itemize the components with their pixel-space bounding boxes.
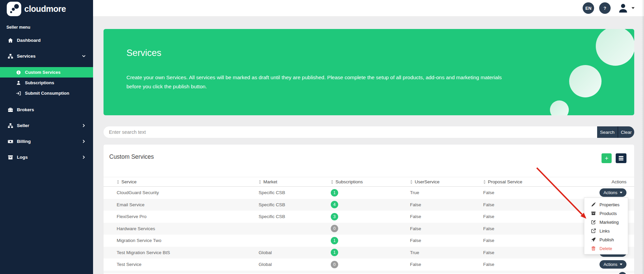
- services-table: Service Market Subscriptions UserSe: [104, 177, 634, 273]
- subscriptions-badge: 0: [331, 225, 338, 232]
- sidebar-item-custom-services[interactable]: Custom Services: [0, 67, 93, 78]
- chevron-down-icon: [82, 54, 86, 58]
- sidebar-nav: Dashboard Services Custom Services: [0, 32, 93, 165]
- plus-icon: +: [605, 155, 608, 161]
- sidebar-item-label: Seller: [17, 123, 29, 128]
- column-header-service[interactable]: Service: [117, 179, 259, 184]
- sidebar-item-label: Subscriptions: [25, 80, 54, 85]
- menu-item-marketing[interactable]: Marketing: [584, 218, 628, 226]
- cell-service: FlexiServe Pro: [117, 214, 259, 219]
- screen: cloudmore Seller menu Dashboard Services: [0, 0, 644, 274]
- menu-item-properties[interactable]: Properties: [584, 200, 628, 209]
- cell-proposal-service: False: [483, 238, 586, 243]
- search-input[interactable]: [104, 126, 597, 138]
- sidebar-item-label: Logs: [17, 155, 28, 160]
- add-service-button[interactable]: +: [602, 153, 612, 163]
- table-row[interactable]: FlexiServe Pro Specific CSB 3 False Fals…: [104, 211, 634, 223]
- services-submenu: Custom Services Subscriptions Submit Con…: [0, 67, 93, 98]
- column-header-market[interactable]: Market: [259, 179, 331, 184]
- services-banner: Services Create your own Services. All s…: [104, 29, 634, 115]
- clear-button[interactable]: Clear: [617, 126, 634, 138]
- sidebar-item-brokers[interactable]: Brokers: [0, 102, 93, 118]
- cell-proposal-service: False: [483, 250, 586, 255]
- sidebar-item-label: Brokers: [17, 107, 34, 112]
- decorative-circle: [550, 100, 569, 115]
- sitemap-icon: [7, 53, 13, 59]
- chevron-right-icon: [82, 124, 86, 127]
- sidebar-item-subscriptions[interactable]: Subscriptions: [0, 78, 93, 88]
- search-bar: Search Clear: [104, 126, 634, 138]
- table-row[interactable]: Test Service Global 0 False False Action…: [104, 258, 634, 271]
- sign-in-arrow-icon: [16, 91, 21, 96]
- user-menu-button[interactable]: [618, 3, 635, 13]
- table-row[interactable]: Email Service Specific CSB 4 False False: [104, 199, 634, 211]
- card-title: Custom Services: [109, 153, 154, 160]
- list-view-button[interactable]: [616, 153, 626, 163]
- subscriptions-badge: 1: [331, 237, 338, 244]
- subscriptions-badge: 1: [331, 249, 338, 256]
- user-avatar-icon: [618, 3, 628, 13]
- briefcase-icon: [7, 107, 13, 113]
- archive-box-icon: [7, 154, 13, 160]
- menu-item-links[interactable]: Links: [584, 226, 628, 235]
- sidebar: cloudmore Seller menu Dashboard Services: [0, 0, 93, 274]
- cell-service: Hardware Services: [117, 226, 259, 231]
- brand-name: cloudmore: [24, 4, 66, 14]
- table-row[interactable]: CloudGuard Security Specific CSB 1 True …: [104, 187, 634, 199]
- table-row[interactable]: Migration Service Two 1 False False: [104, 235, 634, 247]
- help-button[interactable]: ?: [599, 2, 611, 14]
- row-actions-button-open[interactable]: Actions: [599, 188, 626, 197]
- column-header-proposal-service[interactable]: Proposal Service: [483, 179, 586, 184]
- trash-icon: [591, 246, 596, 251]
- table-row[interactable]: Test Migration Service BtS Global 1 True…: [104, 247, 634, 259]
- sort-icon: [410, 180, 413, 184]
- column-header-subscriptions[interactable]: Subscriptions: [331, 179, 410, 184]
- menu-item-products[interactable]: Products: [584, 209, 628, 218]
- brand-logo[interactable]: cloudmore: [0, 0, 93, 16]
- language-button[interactable]: EN: [583, 2, 594, 14]
- decorative-circle: [596, 29, 634, 66]
- info-circle-icon: [16, 70, 21, 75]
- cell-proposal-service: False: [483, 262, 586, 267]
- menu-item-delete[interactable]: Delete: [584, 244, 628, 253]
- sidebar-item-submit-consumption[interactable]: Submit Consumption: [0, 88, 93, 98]
- banner-title: Services: [126, 48, 162, 58]
- sidebar-item-seller[interactable]: Seller: [0, 118, 93, 133]
- sidebar-section-label: Seller menu: [6, 25, 93, 30]
- sidebar-item-billing[interactable]: Billing: [0, 133, 93, 149]
- sidebar-item-services[interactable]: Services: [0, 48, 93, 64]
- subscriptions-badge: 0: [331, 261, 338, 268]
- sidebar-item-dashboard[interactable]: Dashboard: [0, 32, 93, 48]
- row-actions-button[interactable]: [618, 272, 626, 274]
- banner-description: Create your own Services. All services w…: [126, 73, 513, 91]
- search-button[interactable]: Search: [597, 126, 617, 138]
- rocket-icon: [591, 237, 596, 242]
- sort-icon: [259, 180, 261, 184]
- sort-icon: [331, 180, 333, 184]
- sort-icon: [483, 180, 486, 184]
- cell-service: Test Service: [117, 262, 259, 267]
- main-pane: EN ? Services Create your own Services. …: [93, 0, 644, 274]
- table-header-row: Service Market Subscriptions UserSe: [104, 177, 634, 187]
- cell-market: Specific CSB: [259, 190, 331, 195]
- cell-service: Test Migration Service BtS: [117, 250, 259, 255]
- card-header-actions: +: [602, 153, 626, 163]
- subscriptions-badge: 1: [331, 189, 338, 196]
- menu-item-publish[interactable]: Publish: [584, 235, 628, 244]
- column-header-actions: Actions: [586, 179, 626, 184]
- subscriptions-badge: 3: [331, 213, 338, 220]
- cell-market: Global: [259, 262, 331, 267]
- row-actions-button[interactable]: Actions: [599, 260, 626, 269]
- table-row[interactable]: Hardware Services 0 False False: [104, 223, 634, 235]
- cloudmore-logo-icon: [7, 2, 21, 16]
- box-icon: [591, 211, 596, 216]
- actions-dropdown-menu: Properties Products Marketing: [584, 197, 628, 254]
- custom-services-card: Custom Services + Service: [104, 145, 634, 274]
- cell-userservice: False: [410, 214, 483, 219]
- column-header-userservice[interactable]: UserService: [410, 179, 483, 184]
- sidebar-item-logs[interactable]: Logs: [0, 149, 93, 165]
- cell-service: Email Service: [117, 202, 259, 207]
- user-icon: [16, 81, 21, 85]
- table-row-partial[interactable]: [104, 271, 634, 273]
- cell-userservice: False: [410, 226, 483, 231]
